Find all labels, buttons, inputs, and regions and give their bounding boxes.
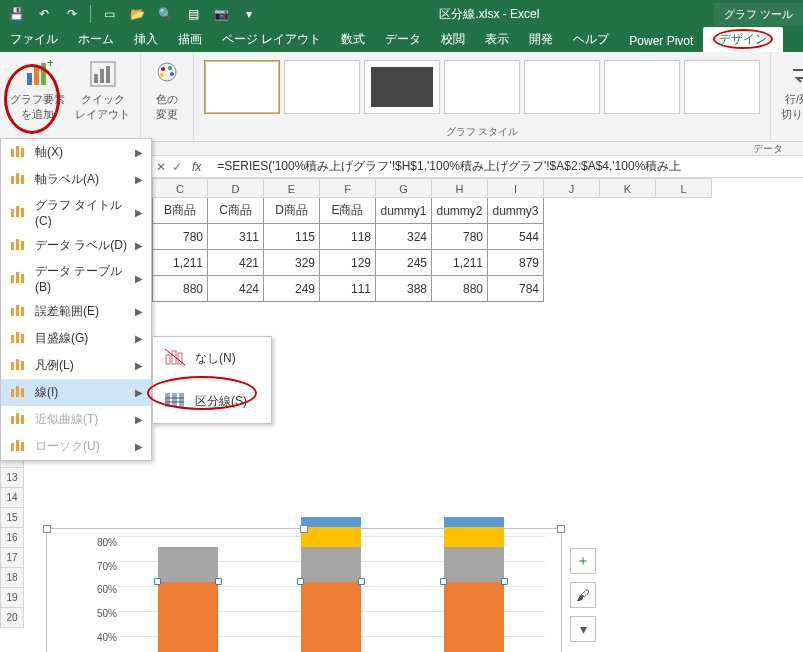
lines-submenu[interactable]: なし(N) 区分線(S) — [152, 336, 272, 424]
table-cell[interactable]: 780 — [432, 224, 488, 250]
dropdown-icon[interactable]: ▾ — [239, 4, 259, 24]
resize-handle[interactable] — [43, 525, 51, 533]
bar-segment[interactable] — [301, 582, 361, 652]
style-thumb-1[interactable] — [204, 60, 280, 114]
bar-segment[interactable] — [301, 517, 361, 527]
menu-item-axis-label[interactable]: 軸ラベル(A)▶ — [1, 166, 151, 193]
preview-icon[interactable]: 🔍 — [155, 4, 175, 24]
table-cell[interactable]: 324 — [376, 224, 432, 250]
row-header[interactable]: 18 — [0, 568, 24, 588]
column-header[interactable]: G — [376, 178, 432, 198]
bar-segment[interactable] — [444, 517, 504, 527]
menu-item-legend[interactable]: 凡例(L)▶ — [1, 352, 151, 379]
style-thumb-5[interactable] — [524, 60, 600, 114]
plot-area[interactable] — [117, 537, 545, 652]
save-icon[interactable]: 💾 — [6, 4, 26, 24]
add-chart-element-button[interactable]: + グラフ要素 を追加 — [6, 56, 69, 124]
table-cell[interactable]: 329 — [264, 250, 320, 276]
table-header-cell[interactable]: dummy1 — [376, 198, 432, 224]
table-cell[interactable]: 1,211 — [432, 250, 488, 276]
bar-segment[interactable] — [158, 582, 218, 652]
menu-item-data-table[interactable]: データ テーブル(B)▶ — [1, 259, 151, 298]
row-header[interactable]: 16 — [0, 528, 24, 548]
tab-design[interactable]: デザイン — [703, 27, 783, 52]
table-cell[interactable]: 544 — [488, 224, 544, 250]
table-cell[interactable]: 880 — [152, 276, 208, 302]
chart[interactable]: 0%10%20%30%40%50%60%70%80% 広島福岡佐賀 A商品B商品… — [46, 528, 562, 652]
chart-style-gallery[interactable] — [200, 56, 764, 118]
menu-item-gridline[interactable]: 目盛線(G)▶ — [1, 325, 151, 352]
cancel-icon[interactable]: ✕ — [156, 160, 166, 174]
bar-segment[interactable] — [301, 547, 361, 582]
resize-handle[interactable] — [300, 525, 308, 533]
tab-review[interactable]: 校閲 — [431, 27, 475, 52]
column-header[interactable]: L — [656, 178, 712, 198]
table-cell[interactable]: 880 — [432, 276, 488, 302]
tab-view[interactable]: 表示 — [475, 27, 519, 52]
column-header[interactable]: E — [264, 178, 320, 198]
tab-data[interactable]: データ — [375, 27, 431, 52]
bar-segment[interactable] — [301, 527, 361, 547]
bar-segment[interactable] — [158, 547, 218, 582]
menu-item-error-bar[interactable]: 誤差範囲(E)▶ — [1, 298, 151, 325]
selection-handle[interactable] — [297, 578, 304, 585]
form-icon[interactable]: ▤ — [183, 4, 203, 24]
submenu-none[interactable]: なし(N) — [153, 337, 271, 380]
selection-handle[interactable] — [501, 578, 508, 585]
submenu-droplines[interactable]: 区分線(S) — [153, 380, 271, 423]
table-cell[interactable]: 249 — [264, 276, 320, 302]
menu-item-lines[interactable]: 線(I)▶ — [1, 379, 151, 406]
style-thumb-2[interactable] — [284, 60, 360, 114]
tab-developer[interactable]: 開発 — [519, 27, 563, 52]
column-header[interactable]: K — [600, 178, 656, 198]
row-header[interactable]: 17 — [0, 548, 24, 568]
camera-icon[interactable]: 📷 — [211, 4, 231, 24]
menu-item-axis[interactable]: 軸(X)▶ — [1, 139, 151, 166]
table-header-cell[interactable]: C商品 — [208, 198, 264, 224]
row-header[interactable]: 19 — [0, 588, 24, 608]
table-cell[interactable]: 115 — [264, 224, 320, 250]
column-header[interactable]: H — [432, 178, 488, 198]
tab-home[interactable]: ホーム — [68, 27, 124, 52]
table-header-cell[interactable]: B商品 — [152, 198, 208, 224]
formula-input[interactable]: =SERIES('100%積み上げグラフ'!$H$1,'100%積み上げグラフ'… — [211, 158, 803, 175]
fx-icon[interactable]: fx — [188, 160, 205, 174]
table-header-cell[interactable]: dummy3 — [488, 198, 544, 224]
style-thumb-7[interactable] — [684, 60, 760, 114]
table-header-cell[interactable]: D商品 — [264, 198, 320, 224]
tab-help[interactable]: ヘルプ — [563, 27, 619, 52]
column-header[interactable]: D — [208, 178, 264, 198]
selection-handle[interactable] — [440, 578, 447, 585]
resize-handle[interactable] — [557, 525, 565, 533]
tab-formulas[interactable]: 数式 — [331, 27, 375, 52]
bar-stack[interactable] — [301, 517, 361, 652]
table-cell[interactable]: 784 — [488, 276, 544, 302]
table-cell[interactable]: 111 — [320, 276, 376, 302]
table-cell[interactable]: 129 — [320, 250, 376, 276]
table-cell[interactable]: 780 — [152, 224, 208, 250]
redo-icon[interactable]: ↷ — [62, 4, 82, 24]
bar-segment[interactable] — [444, 527, 504, 547]
bar-stack[interactable] — [158, 547, 218, 652]
style-thumb-6[interactable] — [604, 60, 680, 114]
table-cell[interactable]: 1,211 — [152, 250, 208, 276]
selection-handle[interactable] — [358, 578, 365, 585]
table-header-cell[interactable]: dummy2 — [432, 198, 488, 224]
column-header[interactable]: C — [152, 178, 208, 198]
column-header[interactable]: F — [320, 178, 376, 198]
menu-item-title[interactable]: グラフ タイトル(C)▶ — [1, 193, 151, 232]
bar-segment[interactable] — [444, 582, 504, 652]
style-thumb-4[interactable] — [444, 60, 520, 114]
table-cell[interactable]: 388 — [376, 276, 432, 302]
chart-filter-funnel-icon[interactable]: ▾ — [570, 616, 596, 642]
table-cell[interactable]: 421 — [208, 250, 264, 276]
selection-handle[interactable] — [215, 578, 222, 585]
quick-layout-button[interactable]: クイック レイアウト — [71, 56, 134, 124]
add-element-menu[interactable]: 軸(X)▶軸ラベル(A)▶グラフ タイトル(C)▶データ ラベル(D)▶データ … — [0, 138, 152, 461]
row-header[interactable]: 13 — [0, 468, 24, 488]
tab-insert[interactable]: 挿入 — [124, 27, 168, 52]
tab-file[interactable]: ファイル — [0, 27, 68, 52]
open-icon[interactable]: 📂 — [127, 4, 147, 24]
table-cell[interactable]: 118 — [320, 224, 376, 250]
column-header[interactable]: I — [488, 178, 544, 198]
